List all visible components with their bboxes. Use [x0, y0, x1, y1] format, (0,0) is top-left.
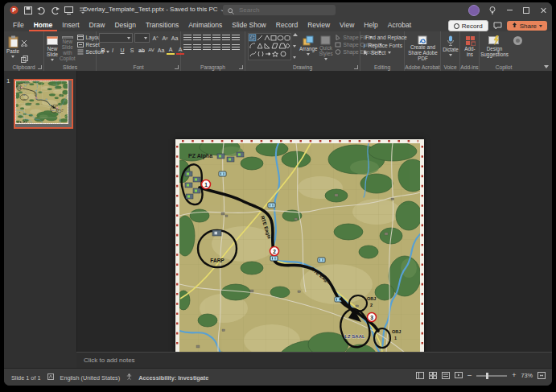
replace-fonts-button[interactable]: Replace Fonts	[363, 43, 402, 48]
search-box[interactable]	[223, 5, 336, 15]
collapse-ribbon-icon[interactable]	[544, 65, 549, 68]
tab-slide-show[interactable]: Slide Show	[227, 19, 271, 31]
tab-file[interactable]: File	[8, 19, 29, 31]
tab-record[interactable]: Record	[271, 19, 303, 31]
line-spacing-icon[interactable]	[222, 35, 230, 41]
tab-acrobat[interactable]: Acrobat	[383, 19, 416, 31]
paragraph-dialog-launcher[interactable]	[239, 65, 243, 69]
fit-slide-icon[interactable]	[537, 372, 546, 379]
text-direction-icon[interactable]	[232, 35, 240, 41]
redo-icon[interactable]	[51, 6, 60, 14]
tab-review[interactable]: Review	[303, 19, 335, 31]
accessibility-status[interactable]: Accessibility: Investigate	[138, 374, 208, 382]
lightbulb-icon[interactable]	[488, 6, 496, 14]
slide-canvas[interactable]	[175, 139, 424, 386]
cut-icon[interactable]	[21, 35, 28, 50]
change-case-button[interactable]: Aa	[157, 46, 165, 54]
new-slide-button[interactable]: New Slide	[47, 33, 58, 62]
slide-map-image[interactable]	[175, 139, 424, 386]
paste-button[interactable]: Paste	[6, 33, 19, 62]
bullets-icon[interactable]	[183, 35, 192, 41]
arrange-button[interactable]: Arrange	[299, 33, 317, 62]
zoom-slider-thumb[interactable]	[486, 373, 488, 379]
shape-effects-icon	[335, 49, 341, 55]
slideshow-icon[interactable]	[455, 372, 463, 379]
search-input[interactable]	[237, 6, 331, 14]
avatar[interactable]	[468, 5, 480, 16]
present-icon[interactable]	[64, 6, 73, 14]
font-name-combo[interactable]	[99, 33, 133, 43]
zoom-percentage[interactable]: 73%	[521, 372, 533, 379]
align-center-icon[interactable]	[193, 44, 201, 51]
addins-group: Add-ins Add-ins	[460, 31, 480, 71]
tab-draw[interactable]: Draw	[84, 19, 110, 31]
copilot-button[interactable]	[510, 33, 526, 62]
save-icon[interactable]	[23, 6, 32, 14]
shapes-scroll-down-icon[interactable]	[293, 45, 296, 47]
zoom-slider[interactable]	[476, 375, 507, 377]
reading-view-icon[interactable]	[442, 372, 450, 379]
align-right-icon[interactable]	[203, 44, 211, 51]
select-button[interactable]: Select	[363, 50, 402, 56]
slide-sorter-icon[interactable]	[429, 372, 437, 379]
columns-icon[interactable]	[222, 44, 230, 51]
tab-view[interactable]: View	[335, 19, 359, 31]
undo-icon[interactable]	[37, 6, 46, 14]
shapes-more-icon[interactable]	[293, 56, 296, 59]
numbering-icon[interactable]	[193, 35, 201, 41]
close-button[interactable]	[539, 6, 547, 14]
highlight-color-button[interactable]: A	[167, 45, 175, 55]
record-button[interactable]: Record	[448, 20, 488, 31]
create-pdf-button[interactable]: Create and Share Adobe PDF	[407, 33, 439, 62]
zoom-out-button[interactable]: –	[467, 372, 472, 379]
tab-help[interactable]: Help	[359, 19, 382, 31]
shapes-gallery[interactable]	[248, 33, 291, 60]
new-slide-copilot-button[interactable]: New Slide with Copilot	[60, 33, 76, 62]
maximize-button[interactable]	[522, 6, 530, 14]
text-shadow-button[interactable]: S	[128, 46, 136, 54]
grow-font-button[interactable]: A^	[151, 34, 159, 42]
slide-number: 1	[6, 77, 10, 85]
font-size-combo[interactable]	[134, 33, 150, 43]
dictate-button[interactable]: Dictate	[443, 33, 459, 62]
tab-home[interactable]: Home	[29, 19, 58, 31]
smartart-convert-icon[interactable]	[232, 44, 240, 51]
increase-indent-icon[interactable]	[212, 35, 220, 41]
italic-button[interactable]: I	[109, 46, 117, 54]
justify-icon[interactable]	[212, 44, 220, 51]
slide-indicator[interactable]: Slide 1 of 1	[11, 374, 41, 382]
find-replace-button[interactable]: Find and Replace	[363, 35, 402, 40]
minimize-button[interactable]	[505, 6, 513, 14]
clipboard-dialog-launcher[interactable]	[38, 65, 42, 69]
drawing-dialog-launcher[interactable]	[354, 65, 358, 69]
accessibility-icon	[126, 373, 132, 382]
align-left-icon[interactable]	[183, 44, 192, 51]
strikethrough-button[interactable]: ab	[138, 46, 146, 54]
design-suggestions-button[interactable]: Design Suggestions	[483, 33, 507, 62]
tab-design[interactable]: Design	[109, 19, 140, 31]
share-button[interactable]: Share	[507, 21, 547, 31]
underline-button[interactable]: U	[118, 46, 126, 54]
shrink-font-button[interactable]: Av	[161, 34, 169, 42]
quick-styles-button[interactable]: Quick Styles	[319, 33, 332, 62]
decrease-indent-icon[interactable]	[203, 35, 211, 41]
notes-pane[interactable]: Click to add notes	[76, 352, 552, 368]
clear-formatting-button[interactable]: Aa	[171, 34, 179, 42]
tab-animations[interactable]: Animations	[183, 19, 227, 31]
shapes-scroll-up-icon[interactable]	[293, 33, 298, 36]
font-group-label: Font	[97, 64, 180, 70]
language-status[interactable]: English (United States)	[60, 374, 121, 382]
notes-placeholder[interactable]: Click to add notes	[84, 357, 135, 364]
tab-transitions[interactable]: Transitions	[141, 19, 183, 31]
zoom-in-button[interactable]: +	[512, 372, 516, 379]
character-spacing-button[interactable]: AV	[147, 46, 155, 54]
slide-1-thumbnail[interactable]	[14, 79, 73, 129]
paragraph-group: Paragraph	[181, 31, 245, 71]
normal-view-icon[interactable]	[416, 372, 424, 379]
bold-button[interactable]: B	[99, 46, 107, 54]
clipboard-group: Paste Clipboard	[4, 31, 44, 71]
font-dialog-launcher[interactable]	[175, 65, 179, 69]
tab-insert[interactable]: Insert	[57, 19, 84, 31]
addins-button[interactable]: Add-ins	[463, 33, 477, 62]
addins-icon	[465, 35, 476, 46]
